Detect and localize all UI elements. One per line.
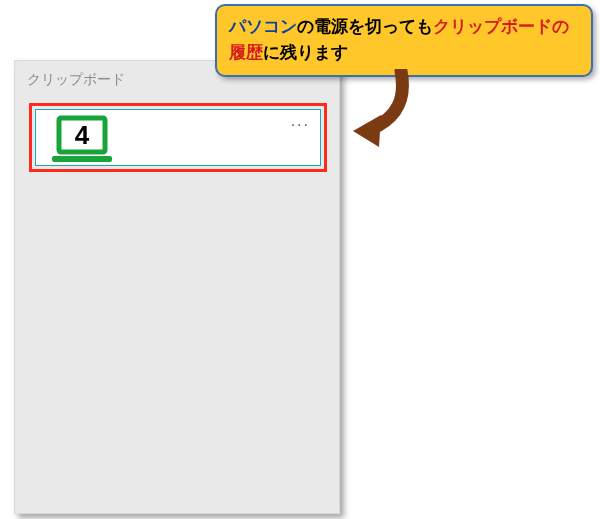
panel-title: クリップボード — [27, 71, 125, 89]
callout-seg-1: パソコン — [229, 17, 297, 36]
arrow-icon — [351, 69, 411, 149]
svg-rect-1 — [52, 156, 112, 162]
more-icon[interactable]: ··· — [291, 116, 310, 134]
svg-marker-2 — [353, 115, 381, 147]
callout-box: パソコンの電源を切ってもクリップボードの履歴に残ります — [215, 4, 593, 77]
callout-seg-2: の電源を切っても — [297, 17, 433, 36]
clipboard-item[interactable]: 4 ··· — [35, 109, 321, 166]
laptop-number: 4 — [75, 120, 90, 150]
laptop-icon: 4 — [46, 114, 118, 166]
callout-seg-4: に残ります — [263, 43, 348, 62]
clipboard-panel: クリップボード 4 ··· — [14, 60, 340, 514]
item-highlight-box: 4 ··· — [29, 103, 327, 172]
